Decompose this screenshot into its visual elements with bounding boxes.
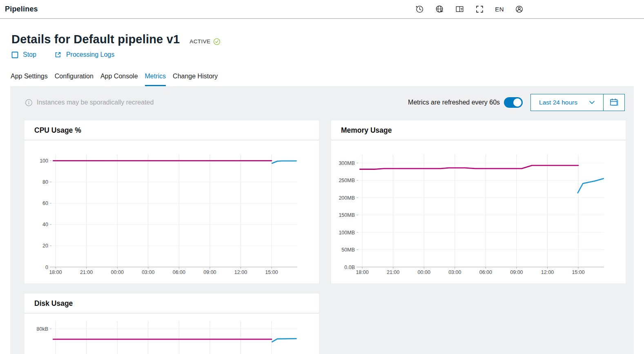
topbar-icons: ? EN [415, 4, 524, 14]
svg-text:21:00: 21:00 [387, 269, 399, 275]
svg-text:09:00: 09:00 [510, 269, 523, 275]
svg-text:06:00: 06:00 [173, 269, 185, 275]
svg-text:100: 100 [40, 158, 48, 164]
cpu-usage-card: CPU Usage % 18:0021:0000:0003:0006:0009:… [25, 120, 319, 283]
calendar-button[interactable] [603, 94, 624, 111]
calendar-icon [609, 98, 619, 107]
time-range-value: Last 24 hours [539, 99, 577, 106]
svg-text:09:00: 09:00 [203, 269, 216, 275]
memory-usage-chart-area: 18:0021:0000:0003:0006:0009:0012:0015:00… [331, 140, 626, 283]
svg-text:80kB: 80kB [37, 326, 49, 332]
action-bar: Stop Processing Logs [11, 51, 644, 58]
help-icon[interactable]: ? [455, 4, 464, 14]
svg-text:50MB: 50MB [341, 247, 355, 253]
disk-usage-title: Disk Usage [25, 294, 319, 314]
svg-text:03:00: 03:00 [448, 269, 461, 275]
memory-usage-title: Memory Usage [331, 120, 626, 140]
info-note-text: Instances may be sporadically recreated [37, 99, 154, 106]
check-circle-icon [213, 38, 221, 45]
svg-text:15:00: 15:00 [572, 269, 584, 275]
info-icon [25, 99, 33, 107]
svg-text:03:00: 03:00 [142, 269, 154, 275]
svg-text:18:00: 18:00 [356, 269, 368, 275]
refresh-label: Metrics are refreshed every 60s [408, 99, 500, 106]
language-selector[interactable]: EN [495, 6, 504, 13]
tab-configuration[interactable]: Configuration [55, 70, 94, 86]
svg-text:80: 80 [42, 179, 48, 185]
info-note: Instances may be sporadically recreated [25, 99, 154, 107]
history-icon[interactable] [415, 4, 424, 14]
metrics-toolbar: Instances may be sporadically recreated … [10, 94, 634, 111]
metrics-panel: Instances may be sporadically recreated … [10, 86, 634, 354]
fullscreen-icon[interactable] [475, 4, 484, 14]
cpu-usage-chart: 18:0021:0000:0003:0006:0009:0012:0015:00… [30, 149, 300, 279]
cpu-usage-chart-area: 18:0021:0000:0003:0006:0009:0012:0015:00… [25, 140, 319, 283]
disk-usage-chart-area: 80kB [25, 314, 319, 354]
app-title: Pipelines [5, 5, 38, 13]
stop-button[interactable]: Stop [11, 51, 36, 58]
svg-text:40: 40 [42, 222, 48, 227]
external-link-icon [54, 51, 62, 58]
svg-text:20: 20 [42, 243, 48, 249]
tab-metrics[interactable]: Metrics [145, 70, 166, 86]
svg-text:18:00: 18:00 [49, 269, 62, 275]
page-title: Details for Default pipeline v1 [11, 33, 180, 46]
disk-usage-chart: 80kB [30, 315, 300, 354]
svg-text:250MB: 250MB [339, 178, 355, 183]
page-head: Details for Default pipeline v1 ACTIVE S… [0, 33, 644, 58]
chevron-down-icon [589, 100, 595, 105]
time-range-dropdown[interactable]: Last 24 hours [531, 94, 603, 111]
svg-text:21:00: 21:00 [80, 269, 93, 275]
charts-row-bottom: Disk Usage 80kB [25, 294, 626, 354]
svg-text:00:00: 00:00 [111, 269, 124, 275]
svg-text:15:00: 15:00 [265, 269, 278, 275]
svg-text:100MB: 100MB [339, 230, 355, 236]
svg-text:12:00: 12:00 [234, 269, 247, 275]
disk-usage-card: Disk Usage 80kB [25, 294, 319, 354]
svg-text:300MB: 300MB [339, 160, 355, 166]
svg-text:?: ? [460, 7, 463, 11]
svg-text:200MB: 200MB [339, 195, 355, 201]
svg-text:0: 0 [45, 265, 48, 270]
svg-text:60: 60 [42, 200, 48, 206]
time-range-control: Last 24 hours [530, 94, 625, 111]
user-icon[interactable] [515, 4, 524, 14]
refresh-toggle[interactable] [504, 97, 523, 108]
svg-text:06:00: 06:00 [479, 269, 492, 275]
tab-bar: App Settings Configuration App Console M… [0, 70, 644, 86]
toolbar-right: Metrics are refreshed every 60s Last 24 … [408, 94, 625, 111]
processing-logs-label: Processing Logs [66, 51, 114, 58]
topbar: Pipelines ? EN [0, 0, 644, 19]
tab-app-settings[interactable]: App Settings [11, 70, 48, 86]
stop-icon [11, 51, 18, 58]
svg-text:00:00: 00:00 [418, 269, 430, 275]
toggle-knob [513, 98, 521, 107]
charts-row: CPU Usage % 18:0021:0000:0003:0006:0009:… [25, 120, 626, 283]
svg-text:12:00: 12:00 [541, 269, 554, 275]
cpu-usage-title: CPU Usage % [25, 120, 319, 140]
globe-icon[interactable] [435, 4, 444, 14]
tab-change-history[interactable]: Change History [173, 70, 218, 86]
svg-text:150MB: 150MB [339, 212, 355, 218]
status-label: ACTIVE [189, 38, 210, 45]
stop-label: Stop [23, 51, 36, 58]
memory-usage-chart: 18:0021:0000:0003:0006:0009:0012:0015:00… [337, 149, 606, 279]
processing-logs-link[interactable]: Processing Logs [54, 51, 114, 58]
memory-usage-card: Memory Usage 18:0021:0000:0003:0006:0009… [331, 120, 626, 283]
tab-app-console[interactable]: App Console [100, 70, 138, 86]
status-badge: ACTIVE [189, 38, 221, 45]
svg-text:0.0B: 0.0B [344, 265, 355, 270]
